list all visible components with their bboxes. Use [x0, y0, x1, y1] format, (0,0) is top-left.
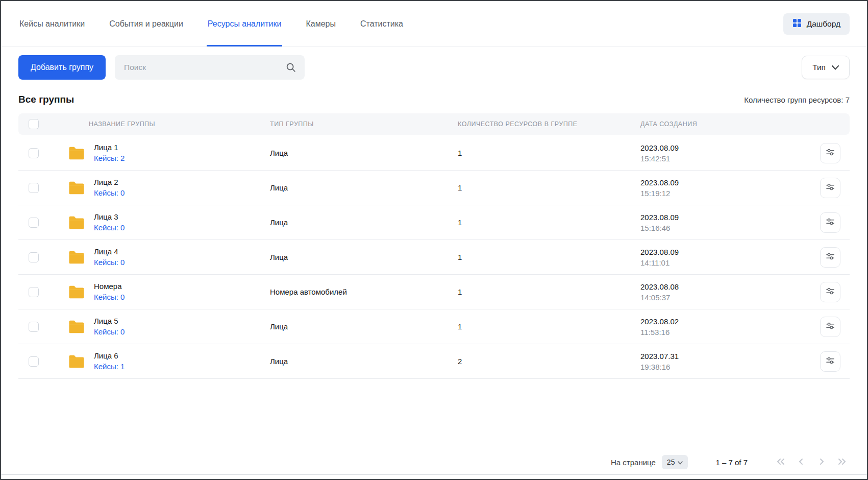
row-checkbox-cell: [18, 183, 49, 193]
group-name-text: Лица 5 Кейсы: 0: [94, 317, 125, 337]
group-name-text: Лица 4 Кейсы: 0: [94, 247, 125, 267]
group-name: Лица 3: [94, 212, 125, 221]
next-page-button[interactable]: [814, 454, 829, 470]
group-cases-link[interactable]: Кейсы: 0: [94, 223, 125, 232]
row-checkbox[interactable]: [29, 218, 39, 228]
column-header-group-name[interactable]: НАЗВАНИЕ ГРУППЫ: [49, 121, 270, 128]
created-cell: 2023.08.09 14:11:01: [640, 248, 811, 267]
row-checkbox[interactable]: [29, 356, 39, 367]
last-page-button[interactable]: [834, 454, 850, 470]
nav-tab-3[interactable]: Ресурсы аналитики: [207, 1, 283, 46]
created-date: 2023.08.02: [640, 317, 811, 326]
group-resource-count: 1: [458, 183, 640, 192]
group-name-cell: Номера Кейсы: 0: [49, 282, 270, 302]
column-header-created-date[interactable]: ДАТА СОЗДАНИЯ: [640, 121, 811, 128]
row-checkbox[interactable]: [29, 287, 39, 297]
pager-controls: [773, 454, 850, 470]
group-name: Лица 4: [94, 247, 125, 256]
nav-right: Дашборд: [783, 1, 850, 46]
row-checkbox-cell: [18, 322, 49, 332]
chevron-left-icon: [798, 458, 804, 467]
column-header-group-type[interactable]: ТИП ГРУППЫ: [270, 121, 458, 128]
created-date: 2023.08.09: [640, 248, 811, 256]
table-row: Лица 5 Кейсы: 0 Лица 1 2023.08.02 11:53:…: [18, 309, 850, 344]
resource-groups-count: Количество групп ресурсов: 7: [744, 95, 850, 104]
row-actions-cell: [811, 143, 850, 163]
folder-icon: [67, 249, 86, 266]
row-checkbox-cell: [18, 252, 49, 262]
folder-icon: [67, 284, 86, 300]
group-name-cell: Лица 4 Кейсы: 0: [49, 247, 270, 267]
group-resource-count: 1: [458, 253, 640, 261]
search-input[interactable]: [115, 55, 305, 80]
app-window: Кейсы аналитики События и реакции Ресурс…: [0, 0, 868, 480]
table-row: Лица 1 Кейсы: 2 Лица 1 2023.08.09 15:42:…: [18, 136, 850, 171]
per-page-select[interactable]: 25: [662, 455, 688, 469]
group-cases-link[interactable]: Кейсы: 0: [94, 327, 125, 336]
group-name-text: Лица 1 Кейсы: 2: [94, 143, 125, 163]
row-checkbox[interactable]: [29, 322, 39, 332]
nav-tab-label: События и реакции: [109, 19, 183, 29]
created-time: 11:53:16: [640, 328, 811, 337]
row-settings-button[interactable]: [820, 212, 840, 233]
group-name-cell: Лица 6 Кейсы: 1: [49, 351, 270, 371]
double-chevron-left-icon: [776, 458, 785, 467]
folder-icon: [67, 180, 86, 196]
group-resource-count: 1: [458, 149, 640, 157]
created-date: 2023.08.09: [640, 143, 811, 152]
row-actions-cell: [811, 247, 850, 268]
group-cases-link[interactable]: Кейсы: 0: [94, 258, 125, 267]
created-time: 15:42:51: [640, 154, 811, 163]
row-checkbox-cell: [18, 218, 49, 228]
sliders-icon: [825, 217, 835, 228]
row-checkbox[interactable]: [29, 148, 39, 158]
row-settings-button[interactable]: [820, 247, 840, 268]
group-type: Номера автомобилей: [270, 287, 458, 296]
group-name-cell: Лица 1 Кейсы: 2: [49, 143, 270, 163]
row-checkbox-cell: [18, 148, 49, 158]
type-filter-button[interactable]: Тип: [802, 56, 850, 79]
first-page-button[interactable]: [773, 454, 788, 470]
row-checkbox-cell: [18, 287, 49, 297]
created-cell: 2023.08.09 15:42:51: [640, 143, 811, 163]
sliders-icon: [825, 251, 835, 263]
add-group-button[interactable]: Добавить группу: [18, 55, 106, 80]
column-header-resource-count[interactable]: КОЛИЧЕСТВО РЕСУРСОВ В ГРУППЕ: [458, 121, 640, 128]
created-cell: 2023.08.09 15:16:46: [640, 213, 811, 232]
chevron-down-icon: [832, 63, 839, 72]
per-page-label: На странице: [611, 458, 656, 467]
nav-tab-label: Ресурсы аналитики: [208, 19, 282, 29]
sliders-icon: [825, 286, 835, 298]
nav-tab-1[interactable]: Кейсы аналитики: [18, 1, 86, 46]
pagination-bar: На странице 25 1 – 7 of 7: [1, 450, 867, 474]
created-date: 2023.08.09: [640, 213, 811, 222]
dashboard-button-label: Дашборд: [807, 19, 840, 29]
row-checkbox[interactable]: [29, 252, 39, 262]
row-settings-button[interactable]: [820, 178, 840, 198]
row-settings-button[interactable]: [820, 351, 840, 372]
row-settings-button[interactable]: [820, 282, 840, 302]
nav-tab-2[interactable]: События и реакции: [108, 1, 184, 46]
table-body: Лица 1 Кейсы: 2 Лица 1 2023.08.09 15:42:…: [18, 136, 850, 379]
sliders-icon: [825, 355, 835, 367]
row-settings-button[interactable]: [820, 317, 840, 337]
group-type: Лица: [270, 357, 458, 366]
created-time: 14:05:37: [640, 293, 811, 302]
row-settings-button[interactable]: [820, 143, 840, 163]
nav-tab-5[interactable]: Статистика: [359, 1, 404, 46]
group-type: Лица: [270, 149, 458, 157]
group-type: Лица: [270, 322, 458, 331]
group-name: Лица 1: [94, 143, 125, 152]
group-cases-link[interactable]: Кейсы: 0: [94, 188, 125, 197]
prev-page-button[interactable]: [793, 454, 809, 470]
group-cases-link[interactable]: Кейсы: 0: [94, 293, 125, 301]
group-cases-link[interactable]: Кейсы: 2: [94, 154, 125, 162]
dashboard-button[interactable]: Дашборд: [783, 13, 850, 35]
group-cases-link[interactable]: Кейсы: 1: [94, 362, 125, 371]
nav-tab-4[interactable]: Камеры: [305, 1, 337, 46]
group-resource-count: 1: [458, 322, 640, 331]
double-chevron-right-icon: [837, 458, 847, 467]
row-checkbox[interactable]: [29, 183, 39, 193]
created-cell: 2023.07.31 19:38:16: [640, 352, 811, 371]
select-all-checkbox[interactable]: [29, 119, 39, 129]
